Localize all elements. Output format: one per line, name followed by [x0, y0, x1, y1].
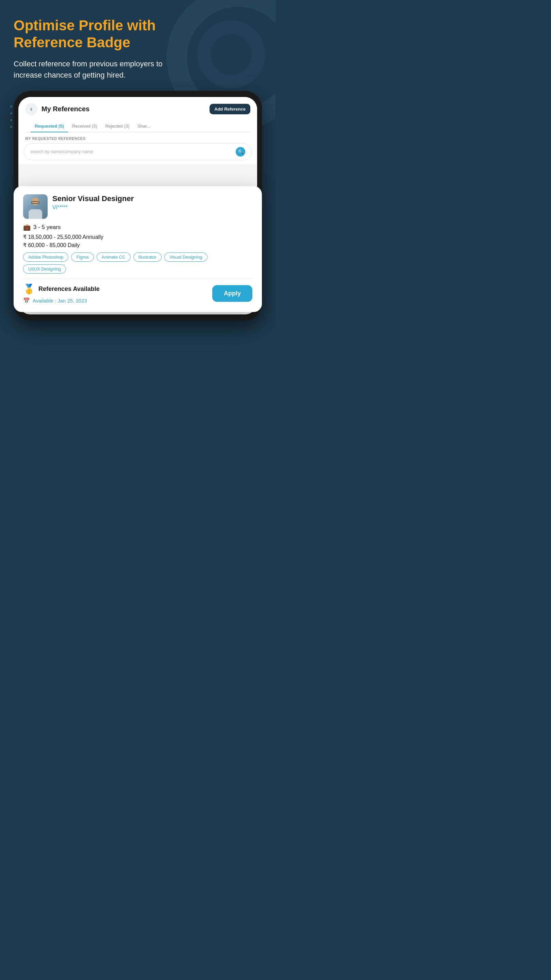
phone-wrapper: ‹ My References Add Reference Requested …: [14, 91, 262, 321]
ref-available-left: 🥇 References Available 📅 Available : Jan…: [23, 283, 100, 304]
screen-topbar: ‹ My References Add Reference Requested …: [18, 97, 257, 132]
calendar-icon: 📅: [23, 298, 30, 304]
job-title: Senior Visual Designer: [52, 194, 252, 203]
briefcase-icon: 💼: [23, 224, 30, 231]
experience-row: 💼 3 - 5 years: [23, 224, 252, 231]
skill-visual-designing[interactable]: Visual Designing: [164, 253, 208, 262]
back-button[interactable]: ‹: [25, 103, 37, 115]
apply-button[interactable]: Apply: [212, 285, 252, 302]
avatar-body: [29, 209, 42, 219]
tab-requested[interactable]: Requested (5): [30, 120, 68, 132]
avatar-glasses: [31, 201, 40, 204]
ref-available-row: 🥇 References Available 📅 Available : Jan…: [23, 283, 252, 304]
add-reference-button[interactable]: Add Reference: [210, 104, 250, 115]
salary-daily-text: ₹ 60,000 - 85,000 Daily: [23, 242, 80, 248]
available-date-text: Available : Jan 25, 2023: [33, 298, 87, 304]
tab-rejected[interactable]: Rejected (3): [102, 120, 134, 132]
screen-header-row: ‹ My References Add Reference: [25, 103, 250, 115]
header-subtitle: Collect reference from previous employer…: [14, 58, 191, 81]
search-placeholder-text: search by name/company name: [30, 149, 93, 154]
salary-daily-row: ₹ 60,000 - 85,000 Daily: [23, 242, 252, 248]
ref-available-text: References Available: [38, 285, 100, 293]
tab-shared[interactable]: Shar...: [133, 120, 154, 132]
skill-animate-cc[interactable]: Animate CC: [97, 253, 130, 262]
screen-tabs: Requested (5) Received (3) Rejected (3) …: [25, 120, 250, 132]
available-date-row: 📅 Available : Jan 25, 2023: [23, 298, 100, 304]
skills-row: Adobe Photoshop Figma Animate CC Illustr…: [23, 253, 252, 274]
job-card-top: Senior Visual Designer Vi*****: [23, 194, 252, 219]
job-avatar: [23, 194, 48, 219]
skill-uiux-designing[interactable]: UI/UX Designing: [23, 264, 66, 274]
screen-title: My References: [41, 105, 210, 113]
medal-icon: 🥇: [23, 283, 35, 295]
experience-text: 3 - 5 years: [33, 224, 60, 231]
search-bar[interactable]: search by name/company name 🔍: [24, 143, 252, 160]
search-icon[interactable]: 🔍: [236, 147, 245, 156]
avatar-image: [23, 194, 48, 219]
skill-illustrator[interactable]: Illustrator: [133, 253, 162, 262]
job-info-main: Senior Visual Designer Vi*****: [52, 194, 252, 211]
page-container: Optimise Profile with Reference Badge Co…: [0, 0, 275, 341]
tab-received[interactable]: Received (3): [68, 120, 102, 132]
job-card: Senior Visual Designer Vi***** 💼 3 - 5 y…: [14, 186, 262, 312]
skill-figma[interactable]: Figma: [71, 253, 94, 262]
header-title: Optimise Profile with Reference Badge: [14, 17, 184, 51]
section-label: MY REQUESTED REFERENCES: [18, 132, 257, 143]
bg-circle-small: [197, 21, 265, 89]
ref-badge-row: 🥇 References Available: [23, 283, 100, 295]
floating-card-wrapper: Senior Visual Designer Vi***** 💼 3 - 5 y…: [10, 186, 265, 312]
salary-annual-text: ₹ 18,50,000 - 25,50,000 Annually: [23, 234, 103, 240]
skill-adobe-photoshop[interactable]: Adobe Photoshop: [23, 253, 68, 262]
salary-annual-row: ₹ 18,50,000 - 25,50,000 Annually: [23, 234, 252, 240]
card-divider: [23, 278, 252, 279]
job-masked-name: Vi*****: [52, 205, 252, 211]
